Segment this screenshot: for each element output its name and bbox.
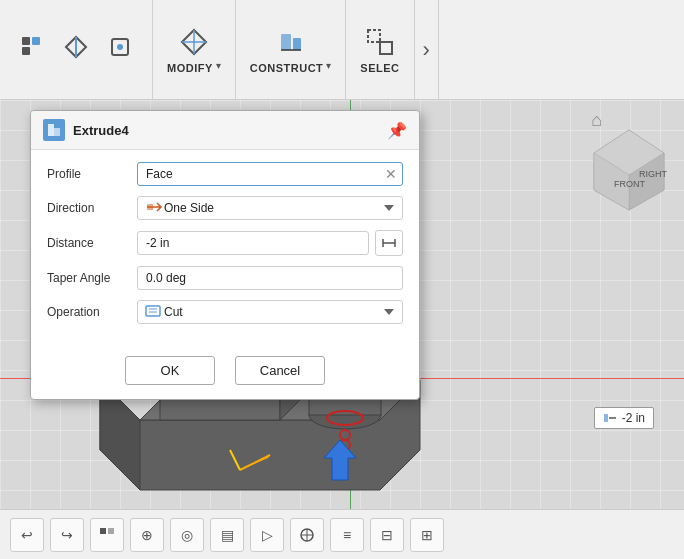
viewcube[interactable]: ⌂ FRONT RIGHT: [574, 110, 674, 220]
svg-rect-39: [108, 528, 114, 534]
bottom-btn-5[interactable]: ◎: [170, 518, 204, 552]
dimension-label: -2 in: [594, 407, 654, 429]
chevron-icon: ›: [423, 37, 430, 63]
svg-rect-6: [281, 34, 291, 50]
direction-row: Direction One Side: [47, 196, 403, 220]
distance-measure-button[interactable]: [375, 230, 403, 256]
profile-clear-button[interactable]: ✕: [385, 166, 397, 182]
select-icon: [364, 26, 396, 58]
svg-rect-45: [147, 204, 153, 210]
direction-icon: [145, 200, 163, 217]
profile-input[interactable]: [137, 162, 403, 186]
svg-text:RIGHT: RIGHT: [639, 169, 668, 179]
operation-select[interactable]: Cut: [137, 300, 403, 324]
modify-arrow: ▾: [216, 60, 221, 71]
toolbar-construct[interactable]: CONSTRUCT ▾: [236, 0, 347, 99]
operation-row: Operation Cut: [47, 300, 403, 324]
bottom-btn-6[interactable]: ▤: [210, 518, 244, 552]
svg-rect-2: [22, 47, 30, 55]
construct-arrow: ▾: [326, 60, 331, 71]
ok-button[interactable]: OK: [125, 356, 215, 385]
distance-input[interactable]: [137, 231, 369, 255]
svg-rect-1: [32, 37, 40, 45]
toolbar-modify[interactable]: MODIFY ▾: [153, 0, 236, 99]
svg-rect-7: [293, 38, 301, 50]
dim-icon: [603, 411, 617, 425]
bottom-btn-3[interactable]: [90, 518, 124, 552]
svg-rect-43: [48, 124, 54, 136]
viewcube-graphic: FRONT RIGHT: [584, 125, 674, 215]
taper-row: Taper Angle: [47, 266, 403, 290]
svg-rect-9: [368, 30, 380, 42]
pin-button[interactable]: 📌: [387, 121, 407, 140]
construct-icon: [275, 26, 307, 58]
direction-label: Direction: [47, 201, 137, 215]
dialog-title: Extrude4: [73, 123, 379, 138]
extrude-dialog: Extrude4 📌 Profile ✕ Direction: [30, 110, 420, 400]
select-label: SELEC: [360, 62, 399, 74]
toolbar-icon-3-glyph: [106, 33, 134, 66]
toolbar-icon-1-glyph: [18, 33, 46, 66]
bottom-btn-undo[interactable]: ↩: [10, 518, 44, 552]
svg-rect-49: [146, 306, 160, 316]
taper-label: Taper Angle: [47, 271, 137, 285]
direction-select[interactable]: One Side: [137, 196, 403, 220]
svg-point-5: [117, 44, 123, 50]
profile-input-wrap: ✕: [137, 162, 403, 186]
bottom-btn-redo[interactable]: ↪: [50, 518, 84, 552]
bottom-btn-11[interactable]: ⊞: [410, 518, 444, 552]
bottom-btn-8[interactable]: [290, 518, 324, 552]
modify-label: MODIFY: [167, 62, 213, 74]
bottom-btn-9[interactable]: ≡: [330, 518, 364, 552]
svg-rect-10: [380, 42, 392, 54]
dim-value: -2 in: [622, 411, 645, 425]
bottom-btn-4[interactable]: ⊕: [130, 518, 164, 552]
distance-row: Distance: [47, 230, 403, 256]
profile-label: Profile: [47, 167, 137, 181]
toolbar-chevron[interactable]: ›: [415, 0, 439, 99]
distance-label: Distance: [47, 236, 137, 250]
toolbar-left-group: [0, 0, 153, 99]
operation-icon: [145, 304, 161, 321]
svg-rect-0: [22, 37, 30, 45]
toolbar-icon-3[interactable]: [98, 0, 142, 99]
dialog-title-icon: [43, 119, 65, 141]
toolbar-icon-2[interactable]: [54, 0, 98, 99]
bottom-btn-7[interactable]: ▷: [250, 518, 284, 552]
main-toolbar: MODIFY ▾ CONSTRUCT ▾ SELEC: [0, 0, 684, 100]
bottom-btn-10[interactable]: ⊟: [370, 518, 404, 552]
dialog-footer: OK Cancel: [31, 346, 419, 399]
svg-rect-36: [604, 414, 608, 422]
operation-select-wrap: Cut: [137, 300, 403, 324]
toolbar-icon-1[interactable]: [10, 0, 54, 99]
taper-input[interactable]: [137, 266, 403, 290]
distance-wrap: [137, 230, 403, 256]
dialog-body: Profile ✕ Direction One Side: [31, 150, 419, 346]
svg-text:FRONT: FRONT: [614, 179, 645, 189]
construct-label: CONSTRUCT: [250, 62, 324, 74]
operation-label: Operation: [47, 305, 137, 319]
modify-icon: [178, 26, 210, 58]
cancel-button[interactable]: Cancel: [235, 356, 325, 385]
dialog-titlebar: Extrude4 📌: [31, 111, 419, 150]
toolbar-icon-2-glyph: [62, 33, 90, 66]
bottom-toolbar: ↩ ↪ ⊕ ◎ ▤ ▷ ≡ ⊟ ⊞: [0, 509, 684, 559]
toolbar-select[interactable]: SELEC: [346, 0, 414, 99]
svg-rect-38: [100, 528, 106, 534]
profile-row: Profile ✕: [47, 162, 403, 186]
direction-select-wrap: One Side: [137, 196, 403, 220]
svg-rect-44: [54, 128, 60, 136]
